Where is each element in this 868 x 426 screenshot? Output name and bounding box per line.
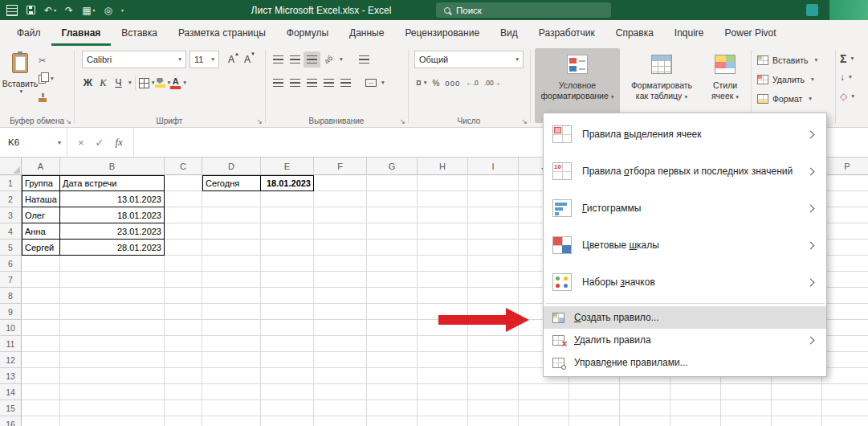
cell-J16[interactable] bbox=[519, 416, 569, 426]
cell-A3[interactable]: Олег bbox=[22, 207, 60, 223]
cell-D1[interactable]: Сегодня bbox=[202, 175, 261, 191]
row-header-4[interactable]: 4 bbox=[0, 223, 22, 240]
clipboard-dialog-launcher-icon[interactable] bbox=[65, 118, 71, 125]
orientation-button[interactable]: аб bbox=[320, 51, 337, 68]
cell-O16[interactable] bbox=[772, 416, 822, 426]
name-box[interactable]: K6 ▾ bbox=[0, 128, 67, 157]
cell-F16[interactable] bbox=[314, 416, 367, 426]
cell-G5[interactable] bbox=[367, 240, 418, 256]
cell-I16[interactable] bbox=[468, 416, 519, 426]
insert-function-icon[interactable]: fx bbox=[116, 136, 123, 149]
cell-G7[interactable] bbox=[367, 272, 418, 288]
cell-E13[interactable] bbox=[261, 368, 314, 384]
cell-A4[interactable]: Анна bbox=[22, 223, 60, 240]
font-name-select[interactable]: Calibri bbox=[82, 51, 186, 68]
cell-B13[interactable] bbox=[60, 368, 165, 384]
grow-font-button[interactable]: А▲ bbox=[223, 51, 239, 68]
cell-A7[interactable] bbox=[22, 272, 60, 288]
tab-page-layout[interactable]: Разметка страницы bbox=[168, 20, 276, 46]
cell-D7[interactable] bbox=[202, 272, 261, 288]
cell-B2[interactable]: 13.01.2023 bbox=[60, 191, 165, 207]
cell-F7[interactable] bbox=[314, 272, 367, 288]
cell-G1[interactable] bbox=[367, 175, 418, 191]
copy-button[interactable] bbox=[39, 71, 69, 87]
cell-H4[interactable] bbox=[418, 223, 468, 240]
cell-F10[interactable] bbox=[314, 320, 367, 336]
cell-B3[interactable]: 18.01.2023 bbox=[60, 207, 165, 223]
cell-D11[interactable] bbox=[202, 336, 261, 352]
qat-grid-button[interactable]: ▦▾ bbox=[82, 5, 95, 16]
cell-B1[interactable]: Дата встречи bbox=[60, 175, 165, 191]
cell-E10[interactable] bbox=[261, 320, 314, 336]
align-center-button[interactable] bbox=[287, 75, 304, 91]
cell-F12[interactable] bbox=[314, 352, 367, 368]
tab-home[interactable]: Главная bbox=[51, 20, 112, 46]
row-header-11[interactable]: 11 bbox=[0, 336, 22, 352]
cell-H11[interactable] bbox=[418, 336, 468, 352]
cell-F1[interactable] bbox=[314, 175, 367, 191]
tab-insert[interactable]: Вставка bbox=[111, 20, 168, 46]
cell-F6[interactable] bbox=[314, 256, 367, 272]
format-painter-button[interactable] bbox=[39, 89, 69, 105]
cell-E14[interactable] bbox=[261, 384, 314, 400]
save-icon[interactable] bbox=[26, 6, 35, 14]
cell-P5[interactable] bbox=[822, 240, 868, 256]
cell-B6[interactable] bbox=[60, 256, 165, 272]
fill-button[interactable]: ↓ bbox=[840, 72, 852, 83]
format-cells-button[interactable]: Формат bbox=[757, 91, 812, 107]
cell-A14[interactable] bbox=[22, 384, 60, 400]
qat-customize-icon[interactable]: ▾ bbox=[121, 7, 124, 13]
cell-E16[interactable] bbox=[261, 416, 314, 426]
cell-F5[interactable] bbox=[314, 240, 367, 256]
menu-item-clear-rules[interactable]: Удалить правила bbox=[544, 329, 826, 351]
cell-H12[interactable] bbox=[418, 352, 468, 368]
cell-I15[interactable] bbox=[468, 400, 519, 416]
menu-item-icon-sets[interactable]: Наборы значков bbox=[544, 264, 826, 301]
cell-H7[interactable] bbox=[418, 272, 468, 288]
underline-button[interactable]: Ч bbox=[111, 75, 126, 91]
cell-C5[interactable] bbox=[165, 240, 202, 256]
row-header-1[interactable]: 1 bbox=[0, 175, 22, 191]
menu-item-new-rule[interactable]: Создать правило... bbox=[544, 306, 826, 329]
row-header-14[interactable]: 14 bbox=[0, 384, 22, 400]
cut-button[interactable]: ✂ bbox=[39, 52, 69, 68]
cell-P16[interactable] bbox=[822, 416, 868, 426]
column-header-H[interactable]: H bbox=[418, 158, 468, 175]
increase-indent-button[interactable] bbox=[337, 75, 354, 91]
cell-A1[interactable]: Группа bbox=[22, 175, 60, 191]
borders-icon[interactable] bbox=[139, 78, 149, 88]
cell-G6[interactable] bbox=[367, 256, 418, 272]
cell-E2[interactable] bbox=[261, 191, 314, 207]
cell-P2[interactable] bbox=[822, 191, 868, 207]
row-header-12[interactable]: 12 bbox=[0, 352, 22, 368]
cell-A2[interactable]: Наташа bbox=[22, 191, 60, 207]
cell-I5[interactable] bbox=[468, 240, 519, 256]
cell-D5[interactable] bbox=[202, 240, 261, 256]
cell-M15[interactable] bbox=[670, 400, 721, 416]
cell-C3[interactable] bbox=[165, 207, 202, 223]
chevron-down-icon[interactable] bbox=[183, 80, 186, 86]
column-header-I[interactable]: I bbox=[468, 158, 519, 175]
select-all-corner[interactable] bbox=[0, 158, 22, 175]
column-header-F[interactable]: F bbox=[314, 158, 367, 175]
cell-K14[interactable] bbox=[569, 384, 620, 400]
cell-H13[interactable] bbox=[418, 368, 468, 384]
column-header-P[interactable]: P bbox=[822, 158, 868, 175]
cell-A12[interactable] bbox=[22, 352, 60, 368]
align-right-button[interactable] bbox=[304, 75, 320, 91]
cell-B8[interactable] bbox=[60, 288, 165, 304]
font-size-select[interactable]: 11 bbox=[189, 51, 219, 68]
row-header-13[interactable]: 13 bbox=[0, 368, 22, 384]
cell-E6[interactable] bbox=[261, 256, 314, 272]
cell-L14[interactable] bbox=[620, 384, 670, 400]
cell-C4[interactable] bbox=[165, 223, 202, 240]
cell-F14[interactable] bbox=[314, 384, 367, 400]
column-header-D[interactable]: D bbox=[202, 158, 261, 175]
merge-center-button[interactable] bbox=[362, 75, 379, 91]
cell-E1[interactable]: 18.01.2023 bbox=[261, 175, 314, 191]
cell-D3[interactable] bbox=[202, 207, 261, 223]
cell-A5[interactable]: Сергей bbox=[22, 240, 60, 256]
cell-B12[interactable] bbox=[60, 352, 165, 368]
cell-P10[interactable] bbox=[822, 320, 868, 336]
decrease-decimal-button[interactable]: .00→ bbox=[484, 75, 500, 91]
